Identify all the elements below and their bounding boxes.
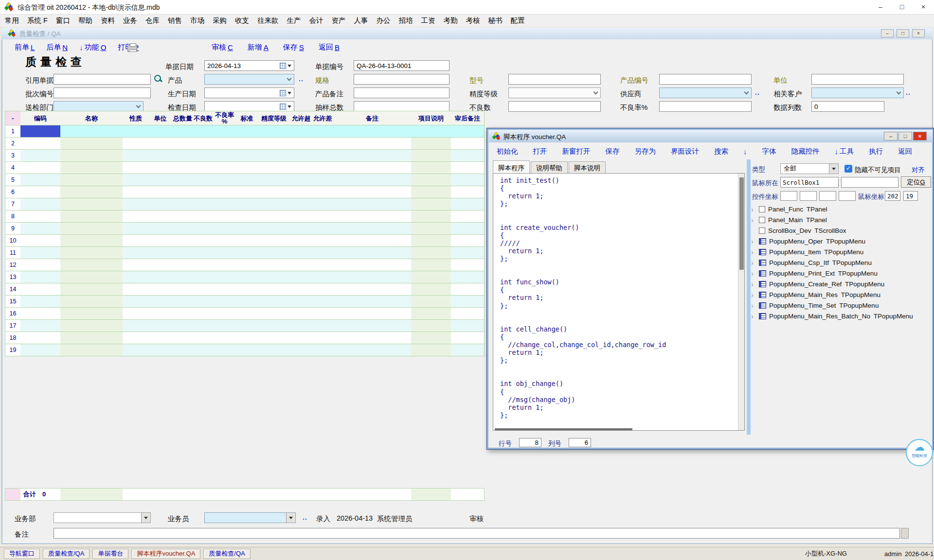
menu-item[interactable]: 帮助 [78,16,92,25]
precision-combo[interactable] [508,88,601,98]
customer-ellipsis-button[interactable]: .. [906,88,911,96]
grid-cell[interactable] [333,235,412,247]
toolbar-button[interactable]: 另存为 [635,147,656,156]
dropdown-button[interactable] [829,164,838,174]
grid-cell[interactable] [290,283,312,296]
grid-cell[interactable] [451,296,485,308]
grid-cell[interactable] [60,259,123,271]
maximize-button[interactable]: □ [891,0,913,14]
grid-cell[interactable] [451,174,485,186]
grid-cell[interactable] [257,174,291,186]
scrollbar-thumb[interactable] [739,177,744,270]
grid-cell[interactable] [213,320,237,332]
align-link[interactable]: 对齐 [912,166,925,175]
grid-cell[interactable] [290,235,312,247]
grid-cell[interactable] [312,283,334,296]
toolbar-button[interactable]: 搜索 [714,147,728,156]
grid-cell[interactable] [333,259,412,271]
grid-cell[interactable] [123,162,149,174]
check-date-field[interactable] [204,101,294,112]
grid-cell[interactable] [236,150,258,162]
grid-cell[interactable] [312,259,334,271]
grid-cell[interactable] [123,150,149,162]
grid-cell[interactable] [312,138,334,150]
grid-cell[interactable] [60,150,123,162]
grid-cell[interactable] [290,174,312,186]
grid-cell[interactable] [123,223,149,235]
menu-item[interactable]: 人事 [354,16,368,25]
grid-cell[interactable] [172,283,194,296]
grid-cell[interactable] [333,174,412,186]
grid-cell[interactable] [236,320,258,332]
grid-cell[interactable] [213,186,237,198]
grid-cell[interactable] [60,186,123,198]
grid-cell[interactable] [194,210,213,223]
grid-cell[interactable] [213,296,237,308]
product-ellipsis-button[interactable]: .. [299,75,304,83]
grid-cell[interactable] [290,259,312,271]
grid-cell[interactable] [312,308,334,320]
chevron-right-icon[interactable]: › [751,205,756,213]
product-code-input[interactable] [659,74,752,85]
grid-cell[interactable] [172,332,194,344]
grid-cell[interactable] [149,125,172,138]
grid-cell[interactable] [213,271,237,283]
grid-cell[interactable] [172,223,194,235]
grid-cell[interactable] [60,138,123,150]
menu-item[interactable]: 往来款 [257,16,279,25]
grid-rownum[interactable]: 3 [5,150,21,162]
grid-cell[interactable] [194,320,213,332]
menu-item[interactable]: 系统 F [27,16,48,25]
search-icon[interactable] [154,74,162,83]
menu-item[interactable]: 招培 [398,16,413,25]
menu-item[interactable]: 配置 [510,16,524,25]
menu-item[interactable]: 秘书 [488,16,502,25]
grid-cell[interactable] [290,162,312,174]
code-vscrollbar[interactable] [738,174,744,430]
grid-cell[interactable] [194,259,213,271]
grid-cell[interactable] [123,332,149,344]
grid-cell[interactable] [123,271,149,283]
grid-cell[interactable] [451,125,485,138]
grid-cell[interactable] [213,150,237,162]
minimize-button[interactable]: – [870,0,891,14]
toolbar-button[interactable]: 界面设计 [671,147,699,156]
taskbar-button[interactable]: 脚本程序voucher.QA [131,549,200,559]
grid-cell[interactable] [123,125,149,138]
grid-cell[interactable] [312,247,334,259]
grid-cell[interactable] [194,162,213,174]
grid-cell[interactable] [60,235,123,247]
taskbar-button[interactable]: 质量检查/QA [43,549,90,559]
grid-cell[interactable] [60,332,123,344]
grid-rownum[interactable]: 12 [5,259,21,271]
grid-cell[interactable] [312,125,334,138]
grid-cell[interactable] [60,271,123,283]
grid-rownum[interactable]: 18 [5,332,21,344]
grid-cell[interactable] [194,223,213,235]
grid-header[interactable]: 名称 [60,111,123,125]
qa-restore-button[interactable]: □ [897,29,909,37]
grid-cell[interactable] [236,271,258,283]
grid-cell[interactable] [257,332,291,344]
grid-cell[interactable] [257,210,291,223]
defect-rate-input[interactable] [659,101,752,112]
grid-cell[interactable] [194,308,213,320]
grid-cell[interactable] [236,235,258,247]
product-combo[interactable] [204,74,294,85]
grid-cell[interactable] [411,271,451,283]
grid-cell[interactable] [194,174,213,186]
grid-cell[interactable] [123,198,149,210]
grid-cell[interactable] [172,174,194,186]
grid-cell[interactable] [20,332,61,344]
grid-cell[interactable] [149,320,172,332]
tree-item[interactable]: ›PopupMenu_Time_Set TPopupMenu [751,300,879,310]
grid-cell[interactable] [123,174,149,186]
note-input[interactable] [54,528,900,539]
grid-cell[interactable] [451,150,485,162]
grid-cell[interactable] [123,138,149,150]
grid-cell[interactable] [333,344,412,356]
grid-cell[interactable] [172,125,194,138]
defect-count-input[interactable] [508,101,601,112]
grid-cell[interactable] [149,296,172,308]
grid-cell[interactable] [172,198,194,210]
